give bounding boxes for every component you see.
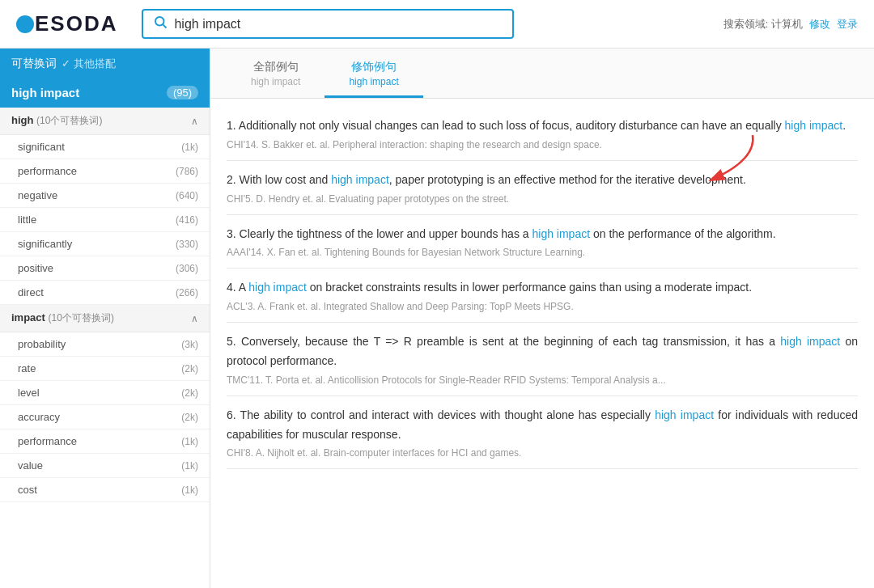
result-before-6: The ability to control and interact with… [240,408,656,421]
result-number-4: 4. [227,281,239,294]
sidebar-item-probability[interactable]: probability (3k) [0,332,210,357]
search-input[interactable] [174,17,503,32]
other-match-label: ✓ 其他搭配 [62,57,116,71]
tab-modifier[interactable]: 修饰例句 high impact [325,49,422,98]
result-after-2: , paper prototyping is an effective meth… [389,173,746,186]
item-count: (2k) [181,387,198,399]
result-before-1: Additionally not only visual changes can… [239,119,785,132]
item-label: direct [18,286,44,298]
result-item-3: 3. Clearly the tightness of the lower an… [227,215,858,269]
item-count: (1k) [181,436,198,447]
search-bar[interactable] [142,9,514,39]
sidebar-item-significant[interactable]: significant (1k) [0,135,210,159]
item-label: cost [18,484,37,496]
tab-modifier-label: 修饰例句 [349,60,398,74]
result-citation-6: CHI'8. A. Nijholt et. al. Brain-computer… [227,447,858,459]
content-area: 全部例句 high impact 修饰例句 high impact 1. Add… [210,49,874,588]
item-label: performance [18,435,77,447]
result-before-4: A [239,281,248,294]
result-number-6: 6. [227,408,240,421]
sidebar-item-significantly[interactable]: significantly (330) [0,232,210,256]
item-label: significantly [18,238,72,250]
result-highlight-6-1: high [655,408,676,421]
item-label: performance [18,165,77,177]
sidebar-group-high[interactable]: high (10个可替换词) ∧ [0,108,210,135]
result-citation-1: CHI'14. S. Bakker et. al. Peripheral int… [227,139,858,150]
sidebar-group-impact[interactable]: impact (10个可替换词) ∧ [0,305,210,332]
item-label: negative [18,189,57,201]
search-domain-label: 搜索领域: 计算机 [723,17,803,32]
tab-all-label: 全部例句 [251,60,300,74]
replaceable-label: 可替换词 [11,57,57,71]
sidebar-item-performance[interactable]: performance (786) [0,159,210,184]
item-count: (306) [176,263,198,274]
item-count: (1k) [181,484,198,496]
item-count: (2k) [181,412,198,423]
result-before-2: With low cost and [240,173,332,186]
sidebar-item-accuracy[interactable]: accuracy (2k) [0,405,210,429]
header-right: 搜索领域: 计算机 修改 登录 [723,17,858,32]
result-number-2: 2. [227,173,240,186]
sidebar-item-rate[interactable]: rate (2k) [0,357,210,381]
item-label: rate [18,362,36,374]
logo: ESODA [16,11,117,36]
result-text-6: 6. The ability to control and interact w… [227,406,858,445]
item-label: probability [18,338,66,350]
item-count: (1k) [181,142,198,153]
svg-line-1 [163,24,167,27]
group-title-high: high (10个可替换词) [11,114,102,128]
modify-link[interactable]: 修改 [809,17,830,32]
item-count: (1k) [181,460,198,472]
item-count: (786) [176,166,198,177]
result-highlight-3: high impact [532,227,590,240]
sidebar-item-cost[interactable]: cost (1k) [0,478,210,502]
tabs: 全部例句 high impact 修饰例句 high impact [210,49,874,99]
item-count: (640) [176,190,198,201]
logo-text: ESODA [35,11,117,36]
result-after-4: on bracket constraints results in lower … [307,281,752,294]
result-item-6: 6. The ability to control and interact w… [227,396,858,470]
result-text-5: 5. Conversely, because the T => R preamb… [227,332,858,371]
sidebar-item-little[interactable]: little (416) [0,208,210,232]
item-label: accuracy [18,411,60,423]
logo-circle [16,15,34,33]
result-highlight-6-2: impact [681,408,714,421]
result-citation-3: AAAI'14. X. Fan et. al. Tightening Bound… [227,247,858,258]
sidebar-item-direct[interactable]: direct (266) [0,281,210,305]
result-number-5: 5. [227,335,241,348]
chevron-up-icon: ∧ [191,116,198,127]
result-after-3: on the performance of the algorithm. [590,227,776,240]
result-number-3: 3. [227,227,240,240]
sidebar-item-performance2[interactable]: performance (1k) [0,429,210,454]
sidebar-item-positive[interactable]: positive (306) [0,256,210,281]
svg-point-0 [155,17,164,26]
item-label: significant [18,141,65,153]
header: ESODA 搜索领域: 计算机 修改 登录 [0,0,874,49]
result-before-5: Conversely, because the T => R preamble … [241,335,780,348]
result-citation-5: TMC'11. T. Porta et. al. Anticollision P… [227,374,858,386]
result-highlight-5: high impact [780,335,840,348]
group-subtitle-high: (10个可替换词) [36,115,102,126]
result-item-4: 4. A high impact on bracket constraints … [227,269,858,323]
sidebar-query-row[interactable]: high impact (95) [0,79,210,108]
item-count: (3k) [181,339,198,350]
login-link[interactable]: 登录 [837,17,858,32]
item-count: (266) [176,287,198,298]
result-highlight-4: high impact [248,281,307,294]
item-count: (2k) [181,363,198,374]
result-item-2: 2. With low cost and high impact, paper … [227,161,858,215]
result-after-1: . [842,119,846,132]
result-text-3: 3. Clearly the tightness of the lower an… [227,225,858,244]
group-title-impact: impact (10个可替换词) [11,311,114,325]
sidebar: 可替换词 ✓ 其他搭配 high impact (95) high (10个可替… [0,49,210,588]
result-number-1: 1. [227,119,239,132]
sidebar-query-count: (95) [167,86,198,99]
sidebar-item-level[interactable]: level (2k) [0,381,210,405]
sidebar-header: 可替换词 ✓ 其他搭配 [0,49,210,79]
sidebar-item-negative[interactable]: negative (640) [0,184,210,208]
result-text-2: 2. With low cost and high impact, paper … [227,171,858,190]
item-count: (330) [176,239,198,250]
search-icon [153,15,168,33]
sidebar-item-value[interactable]: value (1k) [0,454,210,478]
tab-all[interactable]: 全部例句 high impact [227,49,325,98]
